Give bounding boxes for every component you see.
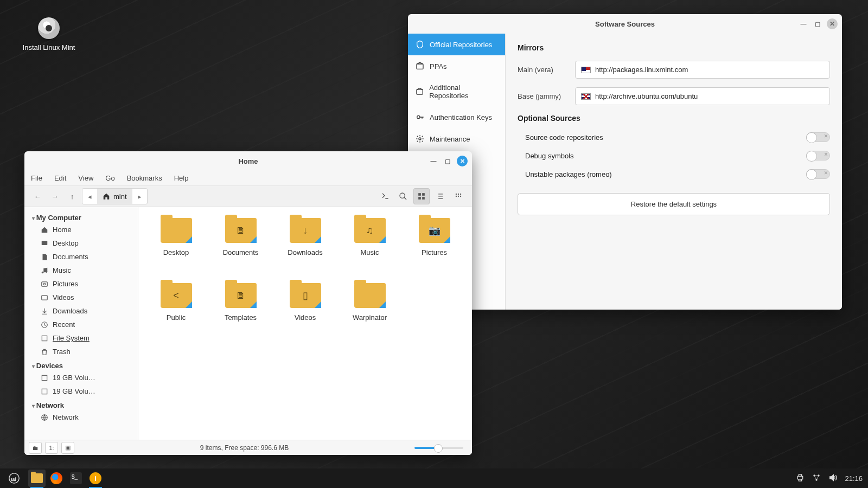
menu-file[interactable]: File (31, 174, 42, 182)
side-downloads[interactable]: Downloads (24, 304, 138, 318)
svg-rect-23 (42, 375, 47, 380)
close-button[interactable]: ✕ (457, 156, 468, 166)
restore-defaults-button[interactable]: Restore the default settings (518, 193, 830, 215)
printer-icon[interactable] (796, 473, 805, 484)
folder-pictures[interactable]: 📷Pictures (402, 218, 467, 283)
svg-point-13 (458, 196, 459, 197)
file-grid[interactable]: Desktop 🗎Documents ↓Downloads ♫Music 📷Pi… (138, 207, 472, 440)
folder-videos[interactable]: ▯Videos (273, 283, 337, 348)
status-text: 9 items, Free space: 996.6 MB (78, 444, 411, 452)
volume-icon[interactable] (828, 473, 837, 484)
svg-point-12 (456, 196, 457, 197)
folder-desktop[interactable]: Desktop (144, 218, 208, 283)
folder-downloads[interactable]: ↓Downloads (273, 218, 337, 283)
minimize-button[interactable]: — (429, 156, 438, 166)
forward-button[interactable]: → (47, 189, 62, 204)
side-recent[interactable]: Recent (24, 318, 138, 331)
flag-uk-icon (581, 93, 591, 100)
up-button[interactable]: ↑ (65, 189, 80, 204)
clock[interactable]: 21:16 (845, 474, 863, 483)
maximize-button[interactable]: ▢ (443, 156, 452, 166)
back-button[interactable]: ← (30, 189, 45, 204)
menu-button[interactable] (5, 470, 23, 487)
software-sources-window: Software Sources — ▢ ✕ Official Reposito… (408, 14, 842, 310)
crumb-current[interactable]: mint (97, 189, 132, 204)
svg-point-3 (419, 138, 421, 140)
toggle-source-switch[interactable] (806, 132, 830, 142)
section-network[interactable]: Network (24, 398, 138, 410)
side-videos[interactable]: Videos (24, 291, 138, 304)
svg-rect-18 (42, 281, 48, 286)
side-network[interactable]: Network (24, 410, 138, 424)
network-icon[interactable] (812, 473, 821, 484)
crumb-prev[interactable]: ◂ (82, 189, 97, 204)
svg-rect-28 (799, 474, 802, 476)
ss-nav-ppas[interactable]: PPAs (408, 55, 505, 77)
svg-point-19 (43, 283, 46, 285)
menu-bookmarks[interactable]: Bookmarks (127, 174, 162, 182)
ss-nav-keys[interactable]: Authentication Keys (408, 106, 505, 128)
svg-rect-29 (799, 479, 802, 480)
task-firefox[interactable] (48, 470, 65, 487)
side-desktop[interactable]: Desktop (24, 236, 138, 250)
maximize-button[interactable]: ▢ (813, 19, 822, 29)
menu-help[interactable]: Help (174, 174, 189, 182)
task-files[interactable] (28, 470, 46, 487)
toggle-debug-switch[interactable] (806, 151, 830, 160)
side-music[interactable]: Music (24, 264, 138, 277)
desktop-icon-install[interactable]: Install Linux Mint (22, 17, 76, 52)
folder-icon: 📷 (419, 218, 450, 243)
side-documents[interactable]: Documents (24, 250, 138, 264)
side-volume-1[interactable]: 19 GB Volu… (24, 371, 138, 384)
fm-title: Home (238, 157, 258, 165)
close-button[interactable]: ✕ (827, 18, 838, 29)
minimize-button[interactable]: — (799, 19, 808, 29)
folder-music[interactable]: ♫Music (337, 218, 402, 283)
fm-titlebar[interactable]: Home — ▢ ✕ (24, 151, 472, 171)
svg-rect-15 (42, 241, 48, 245)
file-manager-window: Home — ▢ ✕ File Edit View Go Bookmarks H… (24, 151, 472, 455)
mirror-base-input[interactable]: http://archive.ubuntu.com/ubuntu (575, 87, 830, 105)
ss-nav-official[interactable]: Official Repositories (408, 34, 505, 55)
ss-nav-additional[interactable]: Additional Repositories (408, 77, 505, 106)
ss-nav-label: PPAs (430, 62, 447, 70)
ss-titlebar[interactable]: Software Sources — ▢ ✕ (408, 14, 842, 34)
svg-rect-6 (422, 193, 425, 196)
side-volume-2[interactable]: 19 GB Volu… (24, 384, 138, 398)
svg-point-17 (46, 271, 48, 273)
folder-templates[interactable]: 🗎Templates (208, 283, 273, 348)
folder-icon: 🗎 (225, 218, 257, 243)
menu-go[interactable]: Go (105, 174, 114, 182)
side-home[interactable]: Home (24, 223, 138, 236)
folder-warpinator[interactable]: Warpinator (337, 283, 402, 348)
compact-view-button[interactable] (450, 188, 467, 204)
side-trash[interactable]: Trash (24, 345, 138, 358)
section-computer[interactable]: My Computer (24, 210, 138, 223)
side-pictures[interactable]: Pictures (24, 277, 138, 291)
ss-nav-maintenance[interactable]: Maintenance (408, 128, 505, 150)
icon-view-button[interactable] (413, 188, 430, 204)
menu-view[interactable]: View (78, 174, 93, 182)
crumb-next[interactable]: ▸ (132, 189, 147, 204)
flag-us-icon (581, 67, 591, 73)
search-button[interactable] (395, 188, 411, 204)
sidebar-toggle-button[interactable]: ▣ (61, 442, 74, 454)
fm-sidebar[interactable]: My Computer Home Desktop Documents Music… (24, 207, 138, 440)
zoom-slider[interactable] (414, 447, 463, 449)
section-devices[interactable]: Devices (24, 358, 138, 371)
menu-edit[interactable]: Edit (54, 174, 66, 182)
folder-public[interactable]: <Public (144, 283, 208, 348)
mirror-main-input[interactable]: http://packages.linuxmint.com (575, 61, 830, 79)
toggle-romeo-switch[interactable] (806, 169, 830, 179)
mirror-base-value: http://archive.ubuntu.com/ubuntu (595, 92, 698, 100)
side-filesystem[interactable]: File System (24, 331, 138, 345)
places-toggle-button[interactable]: 🖿 (29, 442, 42, 454)
task-software-sources[interactable]: i (87, 470, 104, 487)
folder-documents[interactable]: 🗎Documents (208, 218, 273, 283)
open-terminal-button[interactable] (376, 188, 393, 204)
toolbar: ← → ↑ ◂ mint ▸ (24, 185, 472, 207)
tree-toggle-button[interactable]: 1: (45, 442, 58, 454)
task-terminal[interactable]: $_ (67, 470, 85, 487)
list-view-button[interactable] (432, 188, 448, 204)
ss-nav-label: Additional Repositories (429, 84, 497, 100)
